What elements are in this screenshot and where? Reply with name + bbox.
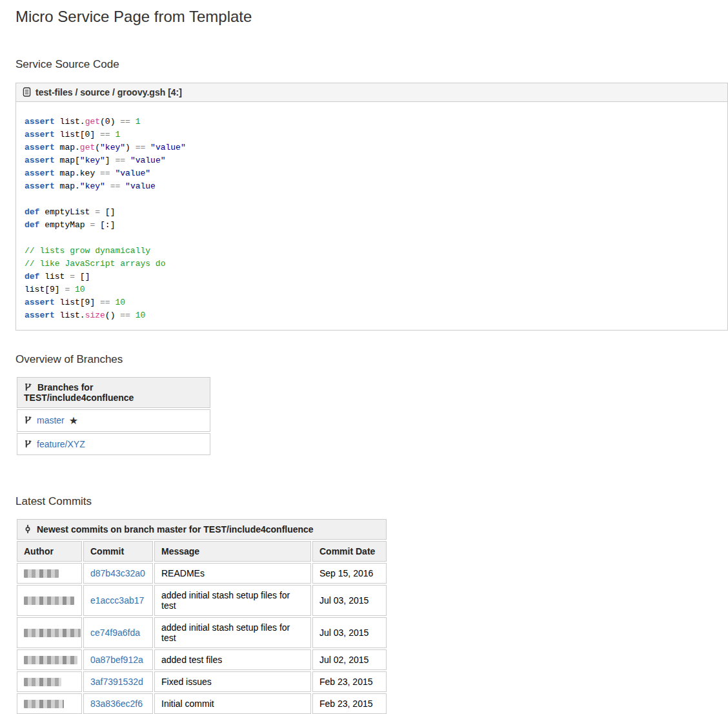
- column-header-author: Author: [17, 541, 82, 562]
- code-line: assert list[0] == 1: [25, 128, 718, 141]
- commit-author-cell: [17, 649, 82, 670]
- commit-date-cell: Feb 23, 2015: [312, 693, 387, 714]
- branches-table: Branches for TEST/include4confluence mas…: [15, 376, 212, 456]
- commit-hash-cell: 83a836ec2f6: [83, 693, 153, 714]
- commit-author-cell: [17, 585, 82, 616]
- code-line: assert map["key"] == "value": [25, 154, 718, 167]
- commit-row: d87b43c32a0READMEsSep 15, 2016: [17, 563, 387, 584]
- star-icon: ★: [69, 415, 78, 426]
- redacted-author: [24, 678, 61, 686]
- commit-message-cell: added initial stash setup files for test: [154, 585, 311, 616]
- commits-column-header-row: Author Commit Message Commit Date: [17, 541, 387, 562]
- commit-message-cell: READMEs: [154, 563, 311, 584]
- commit-hash-link[interactable]: 0a87bef912a: [90, 655, 143, 665]
- branch-icon: [24, 383, 32, 392]
- commit-row: ce74f9a6fdaadded initial stash setup fil…: [17, 617, 387, 648]
- commits-banner-row: Newest commits on branch master for TEST…: [17, 519, 387, 540]
- branch-icon: [24, 416, 32, 425]
- column-header-commit-date: Commit Date: [312, 541, 387, 562]
- commit-date-cell: Jul 03, 2015: [312, 617, 387, 648]
- page-title: Micro Service Page from Template: [15, 8, 728, 26]
- code-body: assert list.get(0) == 1assert list[0] ==…: [16, 102, 727, 330]
- branches-table-body: master★feature/XYZ: [17, 409, 210, 455]
- branches-table-header-row: Branches for TEST/include4confluence: [17, 377, 210, 408]
- redacted-author: [24, 629, 81, 637]
- commit-row: 83a836ec2f6Initial commitFeb 23, 2015: [17, 693, 387, 714]
- code-line: [25, 193, 718, 206]
- commit-date-cell: Feb 23, 2015: [312, 671, 387, 692]
- branch-row: feature/XYZ: [17, 433, 210, 455]
- code-line: assert map."key" == "value: [25, 180, 718, 193]
- branches-table-header-label: Branches for TEST/include4confluence: [24, 382, 134, 403]
- code-line: assert list.size() == 10: [25, 309, 718, 322]
- branch-row: master★: [17, 409, 210, 432]
- commit-row: 3af7391532dFixed issuesFeb 23, 2015: [17, 671, 387, 692]
- code-line: list[9] = 10: [25, 283, 718, 296]
- commits-table: Newest commits on branch master for TEST…: [15, 518, 388, 714]
- code-panel-header: test-files / source / groovy.gsh [4:]: [16, 83, 727, 102]
- branch-icon: [24, 440, 32, 449]
- commit-author-cell: [17, 563, 82, 584]
- commit-row: e1accc3ab17added initial stash setup fil…: [17, 585, 387, 616]
- code-panel: test-files / source / groovy.gsh [4:] as…: [15, 83, 728, 331]
- code-line: [25, 232, 718, 245]
- commit-date-cell: Jul 02, 2015: [312, 649, 387, 670]
- branch-link[interactable]: master: [37, 415, 65, 425]
- page: Micro Service Page from Template Service…: [0, 0, 728, 714]
- redacted-author: [24, 700, 64, 708]
- commit-hash-link[interactable]: 3af7391532d: [90, 677, 143, 687]
- commit-hash-link[interactable]: d87b43c32a0: [90, 568, 145, 578]
- commits-table-body: d87b43c32a0READMEsSep 15, 2016e1accc3ab1…: [17, 563, 387, 714]
- commits-banner-label: Newest commits on branch master for TEST…: [37, 524, 314, 535]
- commit-message-cell: Initial commit: [154, 693, 311, 714]
- commit-author-cell: [17, 693, 82, 714]
- heading-service-source-code: Service Source Code: [15, 58, 728, 71]
- commits-banner-cell: Newest commits on branch master for TEST…: [17, 519, 387, 540]
- code-line: def emptyMap = [:]: [25, 219, 718, 232]
- commit-message-cell: added test files: [154, 649, 311, 670]
- code-line: assert map.get("key") == "value": [25, 141, 718, 154]
- commit-icon: [24, 524, 32, 534]
- code-line: // lists grow dynamically: [25, 245, 718, 258]
- commit-message-cell: Fixed issues: [154, 671, 311, 692]
- code-line: def list = []: [25, 270, 718, 283]
- commit-hash-cell: e1accc3ab17: [83, 585, 153, 616]
- commit-hash-link[interactable]: e1accc3ab17: [90, 595, 144, 606]
- commit-hash-cell: 0a87bef912a: [83, 649, 153, 670]
- heading-latest-commits: Latest Commits: [15, 495, 728, 508]
- commit-date-cell: Sep 15, 2016: [312, 563, 387, 584]
- file-icon: [23, 87, 31, 97]
- code-line: // like JavaScript arrays do: [25, 258, 718, 270]
- commit-author-cell: [17, 671, 82, 692]
- branch-cell: master★: [17, 409, 210, 432]
- commit-message-cell: added initial stash setup files for test: [154, 617, 311, 648]
- column-header-message: Message: [154, 541, 311, 562]
- commit-hash-cell: ce74f9a6fda: [83, 617, 153, 648]
- code-line: assert map.key == "value": [25, 167, 718, 180]
- code-line: assert list.get(0) == 1: [25, 116, 718, 128]
- branch-cell: feature/XYZ: [17, 433, 210, 455]
- branches-table-header-cell: Branches for TEST/include4confluence: [17, 377, 210, 408]
- commit-date-cell: Jul 03, 2015: [312, 585, 387, 616]
- code-panel-title: test-files / source / groovy.gsh [4:]: [35, 87, 182, 97]
- commit-hash-cell: 3af7391532d: [83, 671, 153, 692]
- commit-row: 0a87bef912aadded test filesJul 02, 2015: [17, 649, 387, 670]
- code-line: def emptyList = []: [25, 206, 718, 219]
- commit-hash-link[interactable]: 83a836ec2f6: [90, 699, 143, 709]
- redacted-author: [24, 656, 77, 664]
- branch-link[interactable]: feature/XYZ: [37, 439, 85, 449]
- commit-hash-link[interactable]: ce74f9a6fda: [90, 627, 140, 638]
- redacted-author: [24, 597, 74, 605]
- redacted-author: [24, 569, 59, 578]
- commit-hash-cell: d87b43c32a0: [83, 563, 153, 584]
- column-header-commit: Commit: [83, 541, 153, 562]
- heading-overview-of-branches: Overview of Branches: [15, 353, 728, 366]
- code-line: assert list[9] == 10: [25, 296, 718, 309]
- commit-author-cell: [17, 617, 82, 648]
